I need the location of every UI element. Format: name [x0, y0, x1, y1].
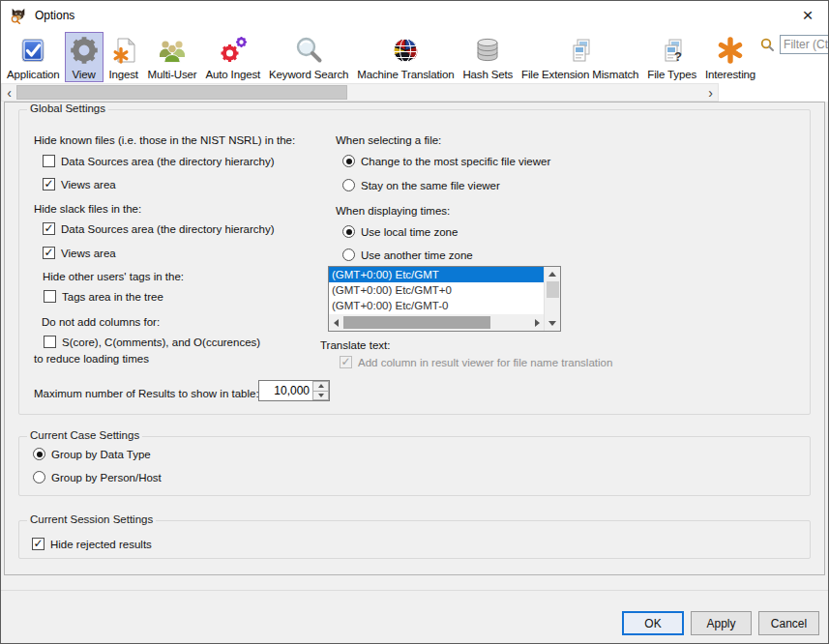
spinner-down-button[interactable] [312, 392, 329, 401]
toolbar-item-hash-sets[interactable]: Hash Sets [459, 32, 517, 82]
columns-label: Do not add columns for: [42, 316, 160, 328]
radio-label: Group by Data Type [51, 449, 151, 460]
data-sources-known-checkbox[interactable] [43, 155, 55, 167]
sco-columns-checkbox[interactable] [44, 336, 56, 348]
same-viewer-radio[interactable] [342, 179, 355, 191]
hide-known-files-label: Hide known files (i.e. those in the NIST… [34, 134, 295, 146]
radio-label: Use another time zone [361, 249, 473, 261]
scroll-right-icon[interactable] [530, 319, 544, 327]
toolbar-item-auto-ingest[interactable]: Auto Ingest [202, 32, 265, 82]
local-time-zone-radio[interactable] [342, 225, 355, 238]
data-sources-slack-checkbox[interactable] [43, 222, 55, 235]
scroll-left-icon[interactable]: ‹ [2, 85, 16, 101]
view-options-panel: Global Settings Hide known files (i.e. t… [4, 102, 825, 575]
hide-rejected-results-checkbox[interactable] [32, 538, 44, 550]
global-settings-group: Global Settings Hide known files (i.e. t… [18, 109, 811, 415]
max-results-input[interactable] [259, 381, 312, 400]
views-slack-checkbox[interactable] [43, 247, 55, 259]
machine-translation-icon [390, 35, 421, 66]
radio-label: Change to the most specific file viewer [361, 156, 550, 167]
scrollbar-thumb[interactable] [16, 85, 347, 100]
checkbox-label: Views area [61, 248, 116, 259]
cancel-button[interactable]: Cancel [758, 611, 819, 635]
time-zone-item[interactable]: (GMT+0:00) Etc/GMT [329, 267, 544, 282]
tags-area-checkbox[interactable] [44, 290, 56, 303]
title-bar: Options × [1, 1, 828, 30]
toolbar-item-label: Ingest [108, 69, 137, 80]
ok-button[interactable]: OK [622, 611, 684, 635]
current-case-settings-group: Current Case Settings Group by Data Type… [18, 436, 811, 496]
most-specific-viewer-radio[interactable] [342, 155, 355, 167]
toolbar-item-label: Multi-User [148, 69, 197, 80]
scrollbar-thumb[interactable] [343, 316, 490, 329]
scroll-left-icon[interactable] [329, 319, 342, 327]
toolbar-item-multi-user[interactable]: Multi-User [144, 32, 201, 82]
another-time-zone-radio[interactable] [342, 249, 355, 261]
radio-label: Use local time zone [361, 226, 458, 238]
checkbox-label: Add column in result viewer for file nam… [358, 357, 612, 368]
file-types-icon: ? [657, 35, 688, 66]
auto-ingest-icon [218, 35, 249, 66]
filter-area [760, 35, 829, 54]
toolbar-item-view[interactable]: View [65, 32, 104, 82]
current-session-settings-group: Current Session Settings Hide rejected r… [18, 520, 811, 559]
max-results-label: Maximum number of Results to show in tab… [34, 388, 259, 399]
time-zone-hscrollbar[interactable] [329, 314, 544, 331]
scroll-right-icon[interactable]: › [703, 85, 718, 101]
interesting-asterisk-icon [715, 35, 746, 66]
when-displaying-times-label: When displaying times: [336, 205, 450, 217]
file-extension-mismatch-icon [565, 35, 596, 66]
apply-button[interactable]: Apply [691, 611, 752, 635]
filter-input[interactable] [780, 35, 829, 54]
group-by-data-type-radio[interactable] [33, 448, 45, 460]
button-separator [1, 590, 828, 591]
scroll-down-icon[interactable] [545, 316, 560, 331]
filter-search-icon [760, 38, 775, 52]
time-zone-item[interactable]: (GMT+0:00) Etc/GMT+0 [329, 282, 544, 298]
toolbar-item-label: View [73, 69, 96, 80]
hide-slack-files-label: Hide slack files in the: [34, 203, 141, 215]
max-results-spinner [258, 380, 330, 401]
time-zone-list: (GMT+0:00) Etc/GMT (GMT+0:00) Etc/GMT+0 … [328, 266, 561, 332]
checkbox-label: Tags area in the tree [62, 291, 163, 303]
toolbar-scroll-row: ‹ › [1, 83, 828, 102]
group-by-person-host-radio[interactable] [33, 471, 45, 483]
checkbox-label: Data Sources area (the directory hierarc… [61, 223, 275, 235]
spinner-up-button[interactable] [312, 381, 329, 392]
toolbar-item-machine-translation[interactable]: Machine Translation [353, 32, 458, 82]
scrollbar-thumb[interactable] [547, 281, 559, 298]
toolbar-item-interesting[interactable]: Interesting [701, 32, 759, 82]
toolbar-item-application[interactable]: Application [3, 32, 64, 82]
current-case-settings-title: Current Case Settings [27, 429, 142, 441]
toolbar-item-file-extension-mismatch[interactable]: File Extension Mismatch [518, 32, 642, 82]
toolbar-item-keyword-search[interactable]: Keyword Search [265, 32, 352, 82]
views-known-checkbox[interactable] [43, 178, 55, 190]
toolbar-scrollbar[interactable]: ‹ › [1, 83, 719, 102]
toolbar-item-label: Auto Ingest [206, 69, 261, 80]
options-toolbar: Application View Ingest [1, 30, 828, 83]
time-zone-vscrollbar[interactable] [544, 267, 560, 331]
view-gear-icon [69, 35, 100, 66]
radio-label: Stay on the same file viewer [361, 180, 500, 191]
hide-tags-label: Hide other users' tags in the: [43, 271, 184, 282]
hash-sets-icon [472, 35, 503, 66]
current-session-settings-title: Current Session Settings [27, 513, 156, 525]
toolbar-item-file-types[interactable]: ? File Types [643, 32, 700, 82]
keyword-search-icon [293, 35, 324, 66]
toolbar-item-label: Keyword Search [269, 69, 348, 80]
radio-label: Group by Person/Host [51, 472, 162, 483]
checkbox-label: S(core), C(omments), and O(ccurences) [62, 337, 260, 348]
translate-column-checkbox [340, 356, 352, 368]
window-title: Options [35, 9, 74, 22]
scroll-up-icon[interactable] [545, 267, 560, 281]
close-icon[interactable]: × [787, 1, 828, 29]
toolbar-item-label: Application [7, 69, 60, 80]
time-zone-item[interactable]: (GMT+0:00) Etc/GMT-0 [329, 298, 544, 313]
toolbar-item-label: Hash Sets [462, 69, 513, 80]
toolbar-item-label: File Types [647, 69, 696, 80]
toolbar-item-ingest[interactable]: Ingest [104, 32, 143, 82]
checkbox-label: Views area [61, 179, 116, 190]
toolbar-item-label: File Extension Mismatch [521, 69, 638, 80]
multi-user-icon [157, 35, 188, 66]
columns-note-label: to reduce loading times [34, 353, 149, 365]
